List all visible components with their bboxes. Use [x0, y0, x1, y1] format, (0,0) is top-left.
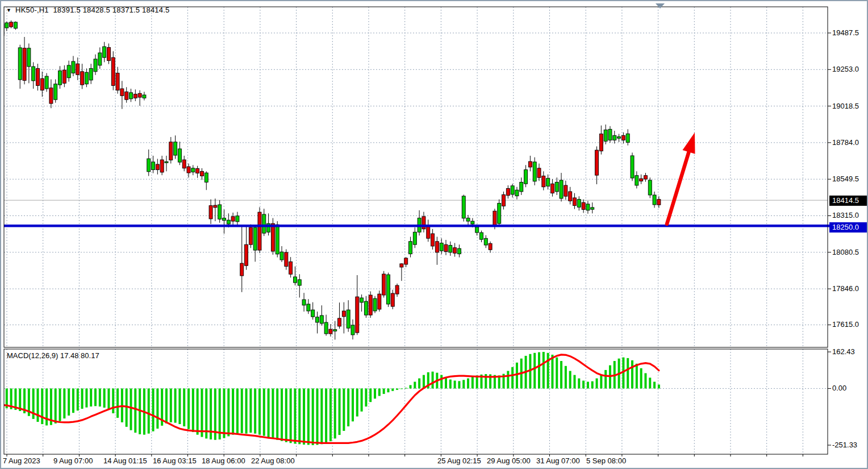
time-axis-label: 14 Aug 01:15 — [103, 456, 147, 465]
ohlc-close: 18414.5 — [142, 6, 169, 14]
ohlc-low: 18371.5 — [112, 6, 140, 14]
time-axis-label: 25 Aug 02:15 — [437, 456, 481, 465]
price-axis-label: 18549.5 — [832, 175, 859, 183]
time-axis-label: 31 Aug 07:00 — [536, 456, 580, 465]
ohlc-open: 18391.5 — [53, 6, 80, 14]
chart-canvas[interactable] — [1, 1, 868, 469]
support-price-label: 18250.0 — [829, 222, 868, 233]
time-axis-label: 5 Sep 08:00 — [586, 456, 626, 465]
price-axis-label: 17615.0 — [832, 320, 859, 329]
price-axis[interactable]: 19487.519253.019018.518784.018549.518315… — [828, 1, 868, 469]
macd-axis-label: -251.33 — [832, 441, 857, 449]
mt4-chart-window: ▼HK50-,H1 18391.5 18428.5 18371.5 18414.… — [0, 0, 868, 469]
time-axis-label: 29 Aug 05:00 — [487, 456, 531, 465]
price-axis-label: 17846.0 — [832, 284, 859, 293]
macd-indicator-label: MACD(12,26,9) 17.48 80.17 — [7, 351, 99, 360]
time-axis-label: 7 Aug 2023 — [3, 456, 40, 465]
symbol-timeframe: HK50-,H1 — [15, 6, 49, 14]
dropdown-triangle-icon[interactable]: ▼ — [6, 7, 11, 13]
price-axis-label: 19253.0 — [832, 65, 859, 73]
macd-main-value: 17.48 — [60, 351, 79, 360]
macd-histogram — [1, 352, 660, 445]
chart-shift-marker-icon[interactable] — [656, 3, 665, 9]
macd-axis-label: 162.43 — [832, 347, 855, 356]
candlesticks — [1, 19, 661, 339]
current-price-label: 18414.5 — [829, 196, 868, 206]
price-axis-label: 19487.5 — [832, 28, 859, 37]
main-panel-border — [4, 7, 828, 347]
price-axis-label: 18784.0 — [832, 138, 859, 147]
time-axis[interactable]: 7 Aug 20239 Aug 07:0014 Aug 01:1516 Aug … — [1, 455, 868, 468]
time-axis-label: 22 Aug 08:00 — [251, 456, 295, 465]
price-axis-label: 18080.5 — [832, 248, 859, 256]
macd-signal-value: 80.17 — [81, 351, 99, 360]
time-axis-label: 18 Aug 06:00 — [202, 456, 245, 465]
trend-arrow-annotation[interactable] — [667, 132, 695, 224]
macd-axis-label: 0.00 — [832, 384, 846, 392]
ohlc-high: 18428.5 — [83, 6, 110, 14]
price-axis-label: 18315.0 — [832, 211, 859, 219]
price-axis-label: 19018.5 — [832, 102, 859, 110]
symbol-info-bar: ▼HK50-,H1 18391.5 18428.5 18371.5 18414.… — [6, 6, 169, 14]
time-axis-label: 9 Aug 07:00 — [53, 456, 93, 465]
time-axis-label: 16 Aug 03:15 — [153, 456, 197, 465]
